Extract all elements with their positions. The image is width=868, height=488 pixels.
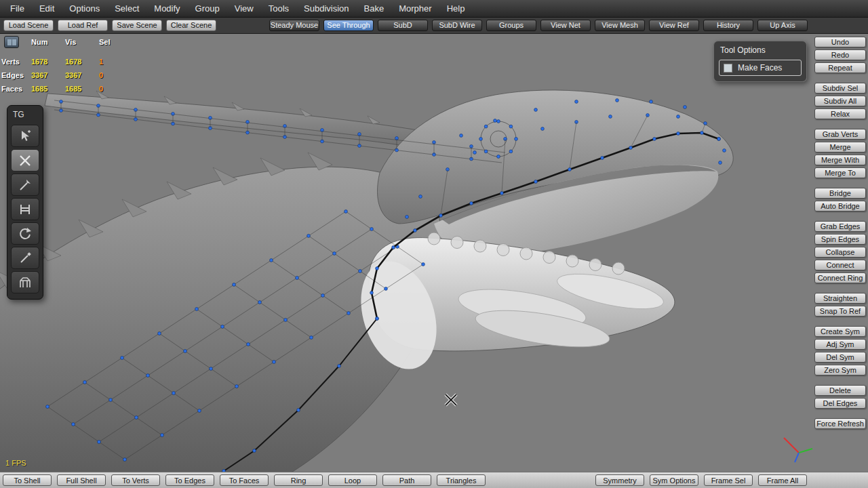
menu-edit[interactable]: Edit [32, 0, 62, 18]
collapse-button[interactable]: Collapse [814, 247, 866, 258]
spin-edge-tool-button[interactable] [11, 222, 39, 245]
menu-group[interactable]: Group [188, 0, 227, 18]
up-axis-button[interactable]: Up Axis [757, 20, 808, 31]
tool-palette-title: TG [7, 108, 43, 123]
connect-button[interactable]: Connect [814, 260, 866, 270]
menu-tools[interactable]: Tools [261, 0, 296, 18]
menu-view[interactable]: View [227, 0, 261, 18]
snap-to-ref-button[interactable]: Snap To Ref [814, 306, 866, 317]
see-through-button[interactable]: See Through [323, 20, 374, 31]
subdiv-sel-button[interactable]: Subdiv Sel [814, 83, 866, 94]
tweak-tool-button[interactable] [11, 149, 39, 171]
to-shell-button[interactable]: To Shell [3, 474, 52, 486]
frame-sel-button[interactable]: Frame Sel [704, 474, 753, 486]
knife-tool-button[interactable] [11, 174, 39, 196]
make-faces-checkbox[interactable] [724, 64, 732, 73]
subd-wire-button[interactable]: SubD Wire [432, 20, 482, 31]
load-scene-button[interactable]: Load Scene [3, 20, 54, 31]
menu-options[interactable]: Options [62, 0, 107, 18]
stats-col-sel: Sel [99, 38, 126, 46]
to-verts-button[interactable]: To Verts [111, 474, 160, 486]
pen-icon [18, 251, 33, 266]
loop-button[interactable]: Loop [328, 474, 377, 486]
create-sym-button[interactable]: Create Sym [814, 326, 866, 337]
frame-all-button[interactable]: Frame All [758, 474, 807, 486]
menu-modify[interactable]: Modify [146, 0, 187, 18]
select-tool-button[interactable] [11, 125, 39, 147]
path-button[interactable]: Path [382, 474, 431, 486]
bridge-icon [18, 202, 33, 217]
grab-verts-button[interactable]: Grab Verts [814, 129, 866, 140]
sym-options-button[interactable]: Sym Options [650, 474, 698, 486]
bridge-tool-button[interactable] [11, 198, 39, 220]
menu-help[interactable]: Help [439, 0, 473, 18]
view-ref-button[interactable]: View Ref [649, 20, 699, 31]
make-faces-label: Make Faces [738, 63, 782, 73]
zero-sym-button[interactable]: Zero Sym [814, 365, 866, 375]
tool-palette: TG [7, 105, 43, 300]
auto-bridge-button[interactable]: Auto Bridge [814, 201, 866, 211]
redo-button[interactable]: Redo [814, 49, 866, 60]
steady-mouse-button[interactable]: Steady Mouse [269, 20, 319, 31]
force-refresh-button[interactable]: Force Refresh [814, 418, 866, 429]
select-cursor-icon [18, 129, 33, 144]
menu-subdivision[interactable]: Subdivision [296, 0, 357, 18]
merge-to-button[interactable]: Merge To [814, 167, 866, 178]
right-panel: Undo Redo Repeat Subdiv Sel Subdiv All R… [814, 37, 866, 429]
subd-button[interactable]: SubD [378, 20, 428, 31]
to-faces-button[interactable]: To Faces [220, 474, 269, 486]
repeat-button[interactable]: Repeat [814, 62, 866, 73]
bottom-bar: To Shell Full Shell To Verts To Edges To… [0, 472, 868, 488]
subdiv-all-button[interactable]: Subdiv All [814, 96, 866, 106]
grab-edges-button[interactable]: Grab Edges [814, 221, 866, 232]
triangles-button[interactable]: Triangles [437, 474, 486, 486]
adj-sym-button[interactable]: Adj Sym [814, 339, 866, 350]
menu-bar: File Edit Options Select Modify Group Vi… [0, 0, 868, 18]
del-edges-button[interactable]: Del Edges [814, 398, 866, 409]
view-net-button[interactable]: View Net [540, 20, 591, 31]
make-faces-row[interactable]: Make Faces [719, 60, 802, 76]
undo-button[interactable]: Undo [814, 37, 866, 47]
tool-options-panel: Tool Options Make Faces [713, 41, 807, 82]
relax-button[interactable]: Relax [814, 108, 866, 119]
tweak-x-icon [18, 153, 33, 168]
clear-scene-button[interactable]: Clear Scene [166, 20, 216, 31]
history-button[interactable]: History [703, 20, 753, 31]
to-edges-button[interactable]: To Edges [165, 474, 214, 486]
stats-header: Num Vis Sel [1, 35, 126, 49]
connect-ring-button[interactable]: Connect Ring [814, 272, 866, 283]
spin-edges-button[interactable]: Spin Edges [814, 234, 866, 245]
bottom-bar-right-group: Symmetry Sym Options Frame Sel Frame All [595, 474, 865, 486]
menu-morpher[interactable]: Morpher [391, 0, 439, 18]
app-logo-icon [4, 36, 19, 48]
stats-row-verts: Verts 1678 1678 1 [1, 55, 126, 68]
bridge-button[interactable]: Bridge [814, 188, 866, 199]
stats-panel: Num Vis Sel Verts 1678 1678 1 Edges 3367… [1, 35, 126, 96]
spin-arrow-icon [18, 226, 33, 241]
pen-tool-button[interactable] [11, 247, 39, 269]
del-sym-button[interactable]: Del Sym [814, 352, 866, 363]
fps-counter: 1 FPS [5, 459, 26, 467]
save-scene-button[interactable]: Save Scene [112, 20, 162, 31]
knife-icon [18, 178, 33, 192]
toolbar: Load Scene Load Ref Save Scene Clear Sce… [0, 18, 868, 34]
straighten-button[interactable]: Straighten [814, 293, 866, 304]
ring-button[interactable]: Ring [274, 474, 323, 486]
menu-file[interactable]: File [3, 0, 32, 18]
full-shell-button[interactable]: Full Shell [57, 474, 106, 486]
view-mesh-button[interactable]: View Mesh [595, 20, 645, 31]
stats-row-faces: Faces 1685 1685 0 [1, 82, 126, 96]
stats-row-edges: Edges 3367 3367 0 [1, 68, 126, 82]
stats-col-vis: Vis [65, 38, 99, 46]
symmetry-button[interactable]: Symmetry [595, 474, 644, 486]
cage-tool-button[interactable] [11, 271, 39, 293]
merge-button[interactable]: Merge [814, 142, 866, 152]
cage-icon [18, 275, 33, 290]
load-ref-button[interactable]: Load Ref [58, 20, 108, 31]
groups-button[interactable]: Groups [486, 20, 536, 31]
merge-with-button[interactable]: Merge With [814, 155, 866, 165]
menu-select[interactable]: Select [107, 0, 146, 18]
menu-bake[interactable]: Bake [357, 0, 392, 18]
delete-button[interactable]: Delete [814, 385, 866, 396]
stats-col-num: Num [31, 38, 65, 46]
